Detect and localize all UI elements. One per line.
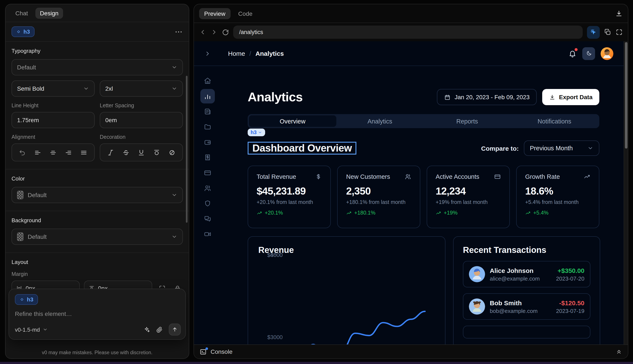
undo-icon[interactable] [19, 149, 26, 156]
model-select[interactable]: v0-1.5-md [15, 326, 48, 333]
sparkles-icon[interactable] [143, 326, 150, 333]
sidebar-item[interactable] [200, 150, 215, 165]
chevrons-up-icon[interactable] [615, 348, 622, 355]
transaction-email: bob@example.com [490, 308, 551, 314]
ellipsis-menu-icon[interactable] [174, 28, 183, 36]
stat-value: $45,231.89 [257, 185, 322, 197]
sidebar-icon [204, 77, 212, 85]
align-center-icon[interactable] [50, 149, 57, 156]
dashboard-tab[interactable]: Notifications [511, 115, 598, 127]
selected-heading-outline[interactable]: Dashboard Overview [248, 142, 357, 154]
transaction-item[interactable]: Alice Johnson alice@example.com +$350.00… [463, 261, 590, 287]
section-heading: Dashboard Overview [252, 142, 352, 154]
alignment-label: Alignment [12, 134, 95, 140]
date-range-text: Jan 20, 2023 - Feb 09, 2023 [455, 94, 530, 100]
sidebar-icon [204, 92, 212, 100]
letter-spacing-label: Letter Spacing [100, 102, 183, 108]
console-label: Console [210, 348, 233, 355]
sidebar-toggle-icon[interactable] [204, 50, 211, 57]
copy-icon[interactable] [604, 28, 611, 36]
align-right-icon[interactable] [65, 149, 72, 156]
moon-icon [585, 50, 592, 56]
typography-section: Typography Default Semi Bold 2xl Line He… [6, 42, 189, 170]
font-select[interactable]: Default [12, 59, 183, 75]
sidebar-icon [204, 230, 212, 238]
model-name: v0-1.5-md [15, 326, 40, 333]
sidebar-item[interactable] [200, 89, 215, 104]
sidebar-item[interactable] [200, 196, 215, 211]
panel-scrollbar[interactable] [186, 76, 187, 223]
send-button[interactable] [169, 324, 181, 336]
download-icon[interactable] [615, 10, 623, 17]
sidebar-item[interactable] [200, 166, 215, 180]
theme-toggle[interactable] [582, 47, 595, 60]
align-justify-icon[interactable] [80, 149, 88, 156]
sidebar-item[interactable] [200, 181, 215, 196]
inspect-button[interactable] [587, 26, 600, 38]
v0-editor: Chat Design h3 Typography Default Semi B… [0, 0, 633, 364]
sidebar-item[interactable] [200, 104, 215, 119]
transaction-name: Bob Smith [490, 299, 551, 306]
dashboard-tab[interactable]: Overview [249, 115, 336, 127]
dashboard-tab[interactable]: Analytics [336, 115, 424, 127]
tab-chat[interactable]: Chat [11, 8, 33, 18]
letter-spacing-value: 0em [105, 117, 117, 124]
sidebar-item[interactable] [200, 74, 215, 88]
overline-icon[interactable] [153, 149, 160, 156]
back-icon[interactable] [199, 28, 206, 36]
fullscreen-icon[interactable] [615, 28, 623, 36]
letter-spacing-input[interactable]: 0em [100, 112, 183, 128]
trending-up-icon [346, 210, 352, 216]
transaction-item[interactable]: Bob Smith bob@example.com -$120.50 2023-… [463, 293, 590, 320]
stat-card: Active Accounts 12,234 +19% from last mo… [427, 166, 510, 228]
sidebar-item[interactable] [200, 120, 215, 134]
no-decoration-icon[interactable] [169, 149, 176, 156]
dashboard-sidebar [194, 66, 221, 344]
transaction-item-partial [463, 326, 590, 338]
stat-cards: Total Revenue $45,231.89 +20.1% from las… [248, 166, 599, 228]
sidebar-item[interactable] [200, 227, 215, 242]
paperclip-icon[interactable] [156, 326, 163, 333]
tab-design[interactable]: Design [35, 8, 63, 18]
sidebar-icon [204, 108, 212, 115]
export-data-button[interactable]: Export Data [542, 89, 599, 105]
stat-title: New Customers [346, 173, 390, 180]
element-badge-h3[interactable]: h3 [12, 26, 35, 37]
forward-icon[interactable] [210, 28, 218, 36]
stat-value: 2,350 [346, 185, 411, 197]
stat-icon [315, 173, 322, 180]
user-avatar[interactable] [601, 47, 613, 60]
tab-label: Analytics [367, 118, 392, 124]
composer-element-badge[interactable]: h3 [15, 294, 38, 305]
refresh-icon[interactable] [222, 29, 229, 36]
notifications-bell[interactable] [568, 49, 577, 58]
dashboard-tab[interactable]: Reports [424, 115, 511, 127]
chevron-down-icon [171, 86, 177, 92]
italic-icon[interactable] [107, 149, 114, 156]
compare-select[interactable]: Previous Month [524, 140, 599, 156]
stat-trend: +19% [444, 210, 458, 216]
weight-value: Semi Bold [17, 85, 44, 92]
tab-code[interactable]: Code [233, 8, 258, 19]
composer-input[interactable]: Refine this element… [15, 310, 179, 317]
export-label: Export Data [559, 94, 592, 100]
breadcrumb-home[interactable]: Home [228, 50, 245, 57]
color-select[interactable]: Default [12, 187, 183, 203]
strikethrough-icon[interactable] [122, 149, 130, 156]
background-select[interactable]: Default [12, 228, 183, 245]
transaction-avatar [469, 298, 485, 314]
weight-select[interactable]: Semi Bold [12, 80, 95, 97]
date-range-button[interactable]: Jan 20, 2023 - Feb 09, 2023 [437, 89, 537, 105]
url-input[interactable]: /analytics [233, 26, 583, 39]
sidebar-item[interactable] [200, 212, 215, 226]
size-select[interactable]: 2xl [100, 80, 183, 97]
console-bar[interactable]: Console [194, 344, 628, 358]
sidebar-item[interactable] [200, 135, 215, 150]
underline-icon[interactable] [138, 149, 145, 156]
line-height-input[interactable]: 1.75rem [12, 112, 95, 128]
viewport-scrollbar[interactable] [624, 41, 628, 344]
tab-preview[interactable]: Preview [199, 8, 231, 19]
viewport-scrollbar-thumb[interactable] [625, 42, 627, 148]
selection-badge[interactable]: h3 [248, 128, 265, 136]
align-left-icon[interactable] [34, 149, 41, 156]
